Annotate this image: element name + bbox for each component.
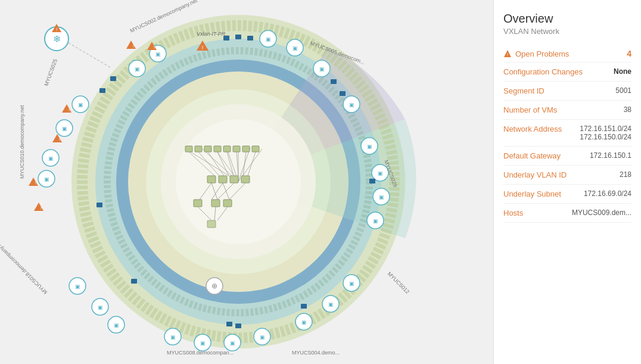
underlay-vlan-value: 218 bbox=[620, 170, 631, 179]
svg-text:▣: ▣ bbox=[230, 340, 235, 346]
hosts-value: MYUCS009.dem... bbox=[572, 209, 631, 217]
svg-text:▣: ▣ bbox=[135, 66, 140, 72]
config-changes-label: Configuration Changes bbox=[503, 67, 583, 76]
svg-text:▣: ▣ bbox=[78, 102, 83, 108]
svg-text:!: ! bbox=[133, 44, 134, 48]
overview-subtitle: VXLAN Network bbox=[503, 27, 631, 36]
svg-text:▣: ▣ bbox=[373, 218, 378, 224]
hosts-label: Hosts bbox=[503, 209, 523, 217]
svg-rect-41 bbox=[241, 176, 250, 183]
hosts-row: Hosts MYUCS009.dem... bbox=[503, 204, 631, 223]
svg-text:❄: ❄ bbox=[53, 34, 61, 44]
svg-text:▣: ▣ bbox=[367, 144, 372, 150]
svg-rect-54 bbox=[207, 220, 216, 228]
svg-text:▣: ▣ bbox=[378, 170, 383, 176]
svg-text:MYUCS010.democompany.net: MYUCS010.democompany.net bbox=[19, 105, 25, 179]
svg-rect-24 bbox=[204, 146, 211, 152]
svg-rect-118 bbox=[247, 36, 253, 41]
svg-text:▣: ▣ bbox=[44, 176, 49, 182]
svg-rect-22 bbox=[185, 146, 192, 152]
svg-text:!: ! bbox=[56, 27, 57, 32]
svg-rect-121 bbox=[369, 179, 375, 183]
svg-rect-28 bbox=[242, 146, 250, 152]
underlay-vlan-row: Underlay VLAN ID 218 bbox=[503, 166, 631, 185]
svg-text:!: ! bbox=[41, 206, 42, 210]
svg-text:▣: ▣ bbox=[260, 334, 265, 340]
svg-text:⊕: ⊕ bbox=[211, 282, 217, 290]
svg-rect-114 bbox=[110, 76, 116, 81]
svg-text:▣: ▣ bbox=[293, 45, 298, 51]
overview-panel: Overview VXLAN Network ! Open Problems 4… bbox=[493, 0, 641, 364]
svg-rect-117 bbox=[235, 35, 241, 39]
svg-rect-29 bbox=[252, 146, 259, 152]
num-vms-value: 38 bbox=[624, 105, 631, 114]
svg-rect-123 bbox=[226, 322, 232, 326]
config-changes-value: None bbox=[614, 67, 631, 76]
svg-text:!: ! bbox=[35, 181, 36, 185]
svg-rect-23 bbox=[195, 146, 202, 152]
svg-text:▣: ▣ bbox=[75, 284, 80, 290]
num-vms-row: Number of VMs 38 bbox=[503, 101, 631, 120]
underlay-subnet-label: Underlay Subnet bbox=[503, 189, 561, 198]
svg-text:!: ! bbox=[507, 52, 508, 57]
svg-text:!: ! bbox=[59, 138, 60, 142]
svg-rect-116 bbox=[223, 36, 229, 41]
svg-rect-119 bbox=[331, 79, 337, 84]
segment-id-row: Segment ID 5001 bbox=[503, 82, 631, 101]
svg-rect-115 bbox=[99, 88, 105, 93]
default-gateway-label: Default Gateway bbox=[503, 151, 561, 160]
network-address-label: Network Address bbox=[503, 125, 562, 133]
default-gateway-value: 172.16.150.1 bbox=[590, 151, 631, 160]
num-vms-label: Number of VMs bbox=[503, 105, 557, 114]
svg-rect-122 bbox=[301, 304, 307, 309]
svg-text:▣: ▣ bbox=[200, 340, 206, 346]
svg-text:▣: ▣ bbox=[170, 334, 176, 340]
svg-text:▣: ▣ bbox=[98, 304, 103, 310]
svg-rect-50 bbox=[223, 200, 232, 207]
svg-text:▣: ▣ bbox=[62, 126, 67, 132]
svg-text:!: ! bbox=[154, 45, 155, 49]
svg-text:▣: ▣ bbox=[349, 102, 354, 108]
svg-rect-40 bbox=[230, 176, 238, 183]
svg-rect-27 bbox=[233, 146, 240, 152]
svg-text:▣: ▣ bbox=[48, 155, 54, 161]
svg-text:▣: ▣ bbox=[266, 36, 271, 42]
segment-id-value: 5001 bbox=[615, 86, 631, 95]
svg-rect-126 bbox=[97, 203, 102, 207]
svg-rect-48 bbox=[194, 200, 202, 207]
svg-text:▣: ▣ bbox=[328, 301, 334, 307]
warning-icon: ! bbox=[503, 49, 512, 58]
underlay-subnet-value: 172.16.69.0/24 bbox=[584, 189, 631, 198]
svg-text:▣: ▣ bbox=[349, 281, 354, 287]
svg-text:MYUCS004.demo...: MYUCS004.demo... bbox=[292, 350, 340, 356]
svg-rect-26 bbox=[223, 146, 231, 152]
svg-text:▣: ▣ bbox=[319, 66, 325, 72]
underlay-subnet-row: Underlay Subnet 172.16.69.0/24 bbox=[503, 185, 631, 204]
svg-rect-49 bbox=[211, 200, 220, 207]
svg-text:!: ! bbox=[69, 108, 70, 112]
svg-text:▣: ▣ bbox=[114, 322, 119, 328]
svg-rect-120 bbox=[340, 91, 346, 96]
network-diagram: ▣ ▣ ! ! ▣ ▣ ! ▣ ▣ ! ▣ ▣ ▣ ▣ ▣ bbox=[0, 0, 493, 364]
segment-id-label: Segment ID bbox=[503, 86, 544, 95]
svg-rect-125 bbox=[131, 279, 137, 284]
problems-label: ! Open Problems bbox=[503, 49, 569, 58]
problems-count: 4 bbox=[627, 49, 631, 58]
svg-text:▣: ▣ bbox=[379, 194, 384, 200]
svg-text:MYUCS008.democompan...: MYUCS008.democompan... bbox=[167, 350, 234, 356]
svg-text:▣: ▣ bbox=[155, 51, 161, 57]
svg-rect-124 bbox=[235, 323, 241, 328]
problems-row[interactable]: ! Open Problems 4 bbox=[503, 45, 631, 63]
underlay-vlan-label: Underlay VLAN ID bbox=[503, 170, 567, 179]
svg-text:▣: ▣ bbox=[301, 319, 307, 325]
overview-title: Overview bbox=[503, 12, 631, 26]
svg-rect-25 bbox=[214, 146, 221, 152]
network-address-row: Network Address 172.16.151.0/24 172.16.1… bbox=[503, 120, 631, 147]
network-address-value: 172.16.151.0/24 172.16.150.0/24 bbox=[580, 125, 631, 141]
svg-rect-39 bbox=[219, 176, 227, 183]
svg-text:!: ! bbox=[202, 45, 204, 51]
default-gateway-row: Default Gateway 172.16.150.1 bbox=[503, 147, 631, 166]
svg-rect-38 bbox=[207, 176, 216, 183]
config-changes-row: Configuration Changes None bbox=[503, 63, 631, 82]
